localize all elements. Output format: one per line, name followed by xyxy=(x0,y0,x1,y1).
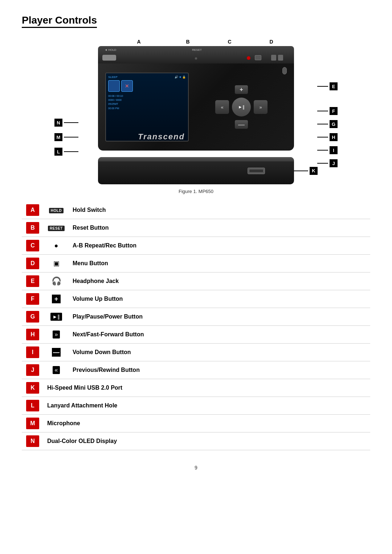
table-row: K Hi-Speed Mini USB 2.0 Port xyxy=(22,379,370,397)
desc-cell-M: Microphone xyxy=(44,415,370,432)
icon-cell-H: » xyxy=(44,326,69,344)
desc-cell-H: Next/Fast-Forward Button xyxy=(69,326,370,344)
device-body: SLEEP 🔊 ★ 🔒 ✕ 00:08 / 00:10 0000 / 0000 … xyxy=(98,63,294,151)
icon-cell-F: + xyxy=(44,290,69,308)
device-diagram: N M L F G H xyxy=(51,39,341,184)
table-row: J « Previous/Rewind Button xyxy=(22,361,370,379)
label-cell-H: H xyxy=(22,326,44,344)
table-row: L Lanyard Attachment Hole xyxy=(22,397,370,415)
label-I: I xyxy=(317,146,338,154)
table-row: I — Volume Down Button xyxy=(22,344,370,361)
desc-cell-I: Volume Down Button xyxy=(69,344,370,361)
label-cell-K: K xyxy=(22,379,44,397)
right-labels: F G H I J xyxy=(317,107,338,167)
table-row: M Microphone xyxy=(22,415,370,432)
label-badge-B: B xyxy=(26,222,39,234)
label-cell-C: C xyxy=(22,237,44,255)
left-labels: N M L xyxy=(54,119,78,156)
device-top-bar: ◄ HOLD RESET xyxy=(98,46,294,63)
label-cell-L: L xyxy=(22,397,44,415)
headphone-jack-visual xyxy=(282,67,287,74)
play-btn-visual: ►‖ xyxy=(232,98,251,116)
icon-cell-J: « xyxy=(44,361,69,379)
label-H: H xyxy=(317,133,338,141)
table-row: A HOLD Hold Switch xyxy=(22,201,370,219)
label-cell-A: A xyxy=(22,201,44,219)
desc-cell-E: Headphone Jack xyxy=(69,272,370,290)
icon-cell-I: — xyxy=(44,344,69,361)
label-J: J xyxy=(317,159,338,167)
label-E: E xyxy=(317,82,338,90)
label-badge-C: C xyxy=(26,240,39,251)
table-row: C ● A-B Repeat/Rec Button xyxy=(22,237,370,255)
label-badge-N: N xyxy=(26,435,39,447)
figure-caption: Figure 1. MP650 xyxy=(22,189,370,194)
label-N: N xyxy=(54,119,78,127)
vol-up-visual: + xyxy=(235,85,248,94)
label-badge-F: F xyxy=(26,293,39,305)
label-L: L xyxy=(54,148,78,156)
desc-cell-D: Menu Button xyxy=(69,255,370,272)
desc-cell-G: Play/Pause/Power Button xyxy=(69,308,370,326)
device-bottom-view: K xyxy=(98,157,294,184)
icon-headphone: 🎧 xyxy=(52,276,61,286)
label-badge-J: J xyxy=(26,364,39,376)
label-badge-H: H xyxy=(26,329,39,340)
nav-row: « ►‖ » xyxy=(215,98,268,116)
label-cell-G: G xyxy=(22,308,44,326)
top-right-btns xyxy=(271,55,283,61)
label-cell-B: B xyxy=(22,219,44,237)
brand-name: Transcend xyxy=(138,132,185,141)
icon-hold: HOLD xyxy=(49,208,64,213)
desc-cell-N: Dual-Color OLED Display xyxy=(44,432,370,450)
desc-cell-A: Hold Switch xyxy=(69,201,370,219)
label-badge-K: K xyxy=(26,382,39,394)
icon-cell-B: RESET xyxy=(44,219,69,237)
page-container: Player Controls N M L F xyxy=(0,0,392,492)
label-cell-M: M xyxy=(22,415,44,432)
vol-down-visual: — xyxy=(235,120,248,129)
device-controls: + « ►‖ » — xyxy=(196,85,287,129)
label-K-bottom: K xyxy=(294,167,318,175)
label-B-top: B xyxy=(186,39,189,45)
icon-cell-D: ▣ xyxy=(44,255,69,272)
page-title: Player Controls xyxy=(22,15,97,28)
icon-reset: RESET xyxy=(48,226,65,231)
table-row: N Dual-Color OLED Display xyxy=(22,432,370,450)
icon-cell-C: ● xyxy=(44,237,69,255)
desc-cell-B: Reset Button xyxy=(69,219,370,237)
table-row: F + Volume Up Button xyxy=(22,290,370,308)
label-cell-I: I xyxy=(22,344,44,361)
label-C-top: C xyxy=(228,39,231,45)
desc-cell-J: Previous/Rewind Button xyxy=(69,361,370,379)
menu-btn-visual xyxy=(255,55,261,60)
table-row: B RESET Reset Button xyxy=(22,219,370,237)
label-A-top: A xyxy=(137,39,140,45)
desc-cell-F: Volume Up Button xyxy=(69,290,370,308)
desc-cell-L: Lanyard Attachment Hole xyxy=(44,397,370,415)
next-btn-visual: » xyxy=(254,100,268,114)
desc-cell-C: A-B Repeat/Rec Button xyxy=(69,237,370,255)
label-cell-E: E xyxy=(22,272,44,290)
desc-cell-K: Hi-Speed Mini USB 2.0 Port xyxy=(44,379,370,397)
icon-cell-A: HOLD xyxy=(44,201,69,219)
hold-label-small: ◄ HOLD xyxy=(105,48,116,52)
label-cell-F: F xyxy=(22,290,44,308)
label-badge-I: I xyxy=(26,346,39,358)
label-badge-E: E xyxy=(26,275,39,287)
prev-btn-visual: « xyxy=(215,100,229,114)
hold-switch-visual xyxy=(102,55,116,61)
table-row: H » Next/Fast-Forward Button xyxy=(22,326,370,344)
icon-menu: ▣ xyxy=(53,260,60,267)
icon-vol-down: — xyxy=(52,348,61,357)
label-F: F xyxy=(317,107,338,115)
table-row: G ►‖ Play/Pause/Power Button xyxy=(22,308,370,326)
reset-label-small: RESET xyxy=(192,48,202,52)
table-row: D ▣ Menu Button xyxy=(22,255,370,272)
label-badge-D: D xyxy=(26,258,39,269)
top-labels: A B C D xyxy=(89,39,303,46)
table-row: E 🎧 Headphone Jack xyxy=(22,272,370,290)
label-cell-J: J xyxy=(22,361,44,379)
label-badge-A: A xyxy=(26,204,39,216)
icon-cell-G: ►‖ xyxy=(44,308,69,326)
